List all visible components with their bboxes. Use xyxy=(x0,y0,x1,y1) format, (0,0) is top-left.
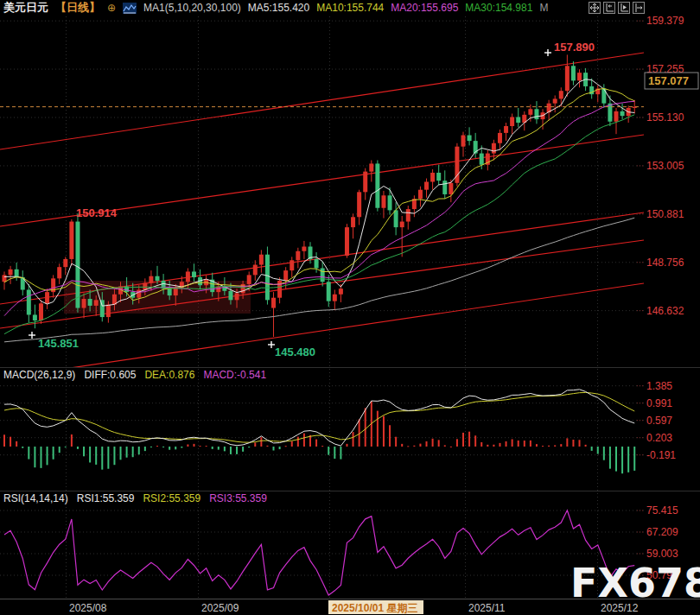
macd-panel xyxy=(3,390,635,473)
current-price-label: 157.077 xyxy=(648,74,689,87)
forex-chart-app: 美元日元 【日线】 ⊕ MA1(5,10,20,30,100) MA5:155.… xyxy=(0,0,700,615)
rsi-tick-label: 67.209 xyxy=(646,526,678,538)
line-chart-icon[interactable] xyxy=(123,3,137,14)
macd-dea-value: DEA:0.876 xyxy=(144,369,194,381)
pan-tool-icon[interactable] xyxy=(589,2,601,14)
macd-tick-label: 0.203 xyxy=(646,432,672,444)
price-tick-label: 150.881 xyxy=(646,208,684,220)
chart-canvas[interactable]: 150.914157.890145.851145.480159.379157.2… xyxy=(0,0,700,615)
price-tick-label: 159.379 xyxy=(646,15,684,27)
watermark-layer: FX678 xyxy=(570,560,700,606)
date-tick-label: 2025/08 xyxy=(69,602,107,614)
ma20-value: MA20:155.695 xyxy=(391,2,458,14)
dea-line xyxy=(4,392,634,442)
date-tick-label: 2025/09 xyxy=(201,602,239,614)
ma10-value: MA10:155.744 xyxy=(316,2,384,14)
price-tick-label: 153.005 xyxy=(646,160,684,172)
price-tick-label: 146.632 xyxy=(646,305,684,317)
macd-label-row: MACD(26,12,9) DIFF:0.605 DEA:0.876 MACD:… xyxy=(3,369,266,381)
price-axis: 159.379157.255155.130153.005150.881148.7… xyxy=(637,15,698,581)
scroll-right-icon[interactable] xyxy=(618,2,630,14)
price-annotation: 157.890 xyxy=(554,41,595,54)
m-flag: M xyxy=(539,2,548,14)
macd-diff-value: DIFF:0.605 xyxy=(84,369,136,381)
chart-header: 美元日元 【日线】 ⊕ MA1(5,10,20,30,100) MA5:155.… xyxy=(3,0,548,16)
timeframe-label[interactable]: 【日线】 xyxy=(55,0,100,16)
date-tick-label: 2025/11 xyxy=(468,602,506,614)
ma30-value: MA30:154.981 xyxy=(465,2,532,14)
chart-toolbar xyxy=(589,2,645,14)
macd-title: MACD(26,12,9) xyxy=(3,369,75,381)
macd-tick-label: 0.597 xyxy=(646,415,672,427)
scale-left-icon[interactable] xyxy=(603,2,615,14)
rsi3-value: RSI3:55.359 xyxy=(209,492,267,504)
price-annotation: 145.480 xyxy=(275,346,315,358)
price-annotation: 150.914 xyxy=(76,206,118,219)
ma10-line xyxy=(4,88,634,300)
macd-hist-value: MACD:-0.541 xyxy=(203,369,266,381)
rsi1-value: RSI1:55.359 xyxy=(77,492,135,504)
rsi-panel xyxy=(4,510,634,595)
rsi-line xyxy=(4,510,634,595)
price-tick-label: 148.756 xyxy=(646,257,684,269)
fx678-watermark: FX678 xyxy=(570,560,700,606)
rsi2-value: RSI2:55.359 xyxy=(143,492,200,504)
ma5-value: MA5:155.420 xyxy=(248,2,309,14)
rsi-tick-label: 59.003 xyxy=(646,548,678,560)
macd-tick-label: 0.991 xyxy=(646,397,672,409)
price-annotation: 145.851 xyxy=(38,337,79,350)
add-indicator-icon[interactable]: ⊕ xyxy=(107,2,116,14)
symbol-name: 美元日元 xyxy=(3,0,48,16)
rsi-label-row: RSI(14,14,14) RSI1:55.359 RSI2:55.359 RS… xyxy=(3,492,267,504)
ma100-line xyxy=(4,218,634,342)
price-tick-label: 155.130 xyxy=(646,111,684,124)
date-tick-label: 2025/10/01 星期三 xyxy=(332,602,417,614)
macd-tick-label: -0.191 xyxy=(646,449,676,461)
ma5-line xyxy=(4,79,634,306)
macd-tick-label: 1.385 xyxy=(646,380,672,392)
ma-legend: MA1(5,10,20,30,100) xyxy=(143,2,241,14)
rsi-tick-label: 75.415 xyxy=(646,504,678,517)
shift-right-icon[interactable] xyxy=(633,2,645,14)
rsi-title: RSI(14,14,14) xyxy=(3,492,68,504)
date-axis: 2025/082025/092025/10/01 星期三2025/112025/… xyxy=(69,600,639,614)
